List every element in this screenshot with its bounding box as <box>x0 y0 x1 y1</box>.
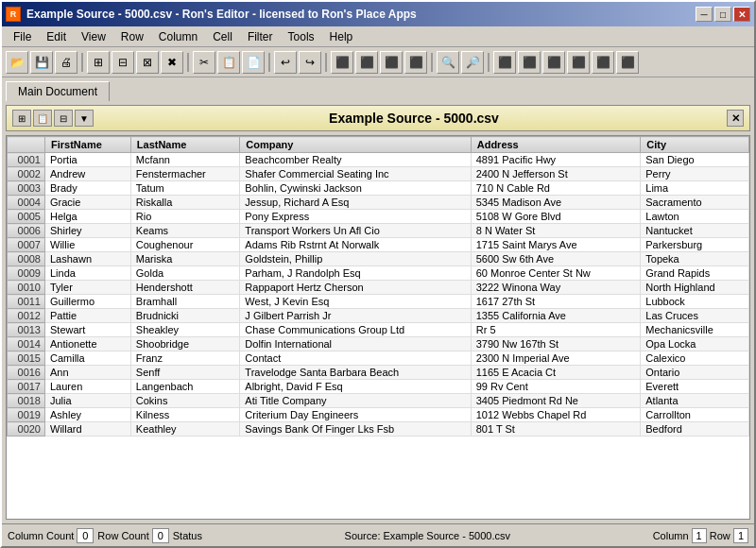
cell-company[interactable]: West, J Kevin Esq <box>240 295 471 309</box>
toolbar-grid1[interactable]: ⊞ <box>87 51 110 74</box>
cell-company[interactable]: Transport Workers Un Afl Cio <box>240 224 471 238</box>
cell-address[interactable]: 5600 Sw 6th Ave <box>471 252 641 266</box>
cell-first[interactable]: Gracie <box>45 196 131 210</box>
cell-address[interactable]: 1355 California Ave <box>471 309 641 323</box>
table-row[interactable]: 0001PortiaMcfannBeachcomber Realty4891 P… <box>8 153 749 167</box>
cell-last[interactable]: Keathley <box>130 422 240 437</box>
cell-address[interactable]: 2400 N Jefferson St <box>471 167 641 181</box>
cell-city[interactable]: Sacramento <box>641 196 749 210</box>
cell-last[interactable]: Bramhall <box>130 295 240 309</box>
cell-last[interactable]: Langenbach <box>130 380 240 394</box>
cell-company[interactable]: Albright, David F Esq <box>240 380 471 394</box>
cell-city[interactable]: Las Cruces <box>641 309 749 323</box>
toolbar-undo[interactable]: ↩ <box>274 51 297 74</box>
cell-company[interactable]: Ati Title Company <box>240 394 471 408</box>
col-header-lastname[interactable]: LastName <box>130 137 240 153</box>
cell-last[interactable]: Golda <box>130 266 240 281</box>
toolbar-grid2[interactable]: ⊟ <box>112 51 134 74</box>
close-button[interactable]: ✕ <box>733 7 750 22</box>
cell-city[interactable]: Atlanta <box>641 394 749 408</box>
cell-first[interactable]: Antionette <box>45 337 131 351</box>
cell-city[interactable]: Grand Rapids <box>641 266 749 281</box>
cell-last[interactable]: Fenstermacher <box>130 167 240 181</box>
table-row[interactable]: 0019AshleyKilnessCriterium Day Engineers… <box>8 408 749 422</box>
cell-address[interactable]: 99 Rv Cent <box>471 380 641 394</box>
cell-first[interactable]: Guillermo <box>45 295 131 309</box>
toolbar-g5[interactable]: ⬛ <box>592 51 614 74</box>
toolbar-g4[interactable]: ⬛ <box>567 51 590 74</box>
toolbar-g1[interactable]: ⬛ <box>493 51 516 74</box>
cell-last[interactable]: Brudnicki <box>130 309 240 323</box>
table-row[interactable]: 0007WillieCoughenourAdams Rib Rstrnt At … <box>8 238 749 252</box>
toolbar-search2[interactable]: 🔎 <box>461 51 484 74</box>
cell-first[interactable]: Lauren <box>45 380 131 394</box>
cell-city[interactable]: Carrollton <box>641 408 749 422</box>
toolbar-delete[interactable]: ✖ <box>161 51 183 74</box>
toolbar-print[interactable]: 🖨 <box>55 51 77 74</box>
cell-address[interactable]: 8 N Water St <box>471 224 641 238</box>
table-row[interactable]: 0014AntionetteShoobridgeDolfin Internati… <box>8 337 749 351</box>
cell-first[interactable]: Camilla <box>45 351 131 366</box>
table-row[interactable]: 0009LindaGoldaParham, J Randolph Esq60 M… <box>8 266 749 281</box>
cell-last[interactable]: Franz <box>130 351 240 366</box>
cell-company[interactable]: Pony Express <box>240 210 471 224</box>
table-row[interactable]: 0012PattieBrudnickiJ Gilbert Parrish Jr1… <box>8 309 749 323</box>
menu-row[interactable]: Row <box>113 28 151 44</box>
cell-address[interactable]: 3405 Piedmont Rd Ne <box>471 394 641 408</box>
menu-cell[interactable]: Cell <box>205 28 240 44</box>
menu-filter[interactable]: Filter <box>240 28 281 44</box>
table-row[interactable]: 0011GuillermoBramhallWest, J Kevin Esq16… <box>8 295 749 309</box>
sh-grid-btn[interactable]: ⊞ <box>12 110 31 127</box>
table-row[interactable]: 0020WillardKeathleySavings Bank Of Finge… <box>8 422 749 437</box>
cell-company[interactable]: J Gilbert Parrish Jr <box>240 309 471 323</box>
cell-address[interactable]: 3790 Nw 167th St <box>471 337 641 351</box>
cell-company[interactable]: Rappaport Hertz Cherson <box>240 281 471 295</box>
cell-address[interactable]: 5108 W Gore Blvd <box>471 210 641 224</box>
cell-first[interactable]: Helga <box>45 210 131 224</box>
cell-company[interactable]: Criterium Day Engineers <box>240 408 471 422</box>
toolbar-open[interactable]: 📂 <box>6 51 28 74</box>
cell-last[interactable]: Riskalla <box>130 196 240 210</box>
cell-company[interactable]: Dolfin International <box>240 337 471 351</box>
table-row[interactable]: 0006ShirleyKeamsTransport Workers Un Afl… <box>8 224 749 238</box>
toolbar-g2[interactable]: ⬛ <box>518 51 541 74</box>
cell-last[interactable]: Keams <box>130 224 240 238</box>
cell-first[interactable]: Andrew <box>45 167 131 181</box>
table-row[interactable]: 0005HelgaRioPony Express5108 W Gore Blvd… <box>8 210 749 224</box>
data-table-container[interactable]: FirstName LastName Company Address City … <box>6 135 750 520</box>
cell-city[interactable]: Ontario <box>641 366 749 380</box>
menu-tools[interactable]: Tools <box>281 28 322 44</box>
cell-address[interactable]: 3222 Winona Way <box>471 281 641 295</box>
cell-city[interactable]: Bedford <box>641 422 749 437</box>
col-header-company[interactable]: Company <box>240 137 471 153</box>
cell-city[interactable]: North Highland <box>641 281 749 295</box>
table-row[interactable]: 0008LashawnMariskaGoldstein, Phillip5600… <box>8 252 749 266</box>
cell-city[interactable]: Lawton <box>641 210 749 224</box>
cell-first[interactable]: Shirley <box>45 224 131 238</box>
cell-company[interactable]: Bohlin, Cywinski Jackson <box>240 181 471 196</box>
cell-last[interactable]: Shoobridge <box>130 337 240 351</box>
toolbar-paste[interactable]: 📄 <box>242 51 265 74</box>
cell-last[interactable]: Mariska <box>130 252 240 266</box>
sh-dropdown-btn[interactable]: ▼ <box>75 110 94 127</box>
cell-company[interactable]: Beachcomber Realty <box>240 153 471 167</box>
table-row[interactable]: 0016AnnSenffTravelodge Santa Barbara Bea… <box>8 366 749 380</box>
cell-address[interactable]: 710 N Cable Rd <box>471 181 641 196</box>
table-row[interactable]: 0018JuliaCokinsAti Title Company3405 Pie… <box>8 394 749 408</box>
col-header-firstname[interactable]: FirstName <box>45 137 131 153</box>
table-row[interactable]: 0017LaurenLangenbachAlbright, David F Es… <box>8 380 749 394</box>
cell-last[interactable]: Rio <box>130 210 240 224</box>
cell-company[interactable]: Shafer Commercial Seating Inc <box>240 167 471 181</box>
table-row[interactable]: 0015CamillaFranzContact2300 N Imperial A… <box>8 351 749 366</box>
cell-first[interactable]: Lashawn <box>45 252 131 266</box>
tab-main-document[interactable]: Main Document <box>6 81 110 101</box>
cell-city[interactable]: San Diego <box>641 153 749 167</box>
cell-last[interactable]: Kilness <box>130 408 240 422</box>
cell-first[interactable]: Pattie <box>45 309 131 323</box>
cell-first[interactable]: Ashley <box>45 408 131 422</box>
cell-first[interactable]: Ann <box>45 366 131 380</box>
cell-last[interactable]: Tatum <box>130 181 240 196</box>
maximize-button[interactable]: □ <box>714 7 731 22</box>
cell-address[interactable]: 2300 N Imperial Ave <box>471 351 641 366</box>
sh-copy-btn[interactable]: 📋 <box>33 110 52 127</box>
